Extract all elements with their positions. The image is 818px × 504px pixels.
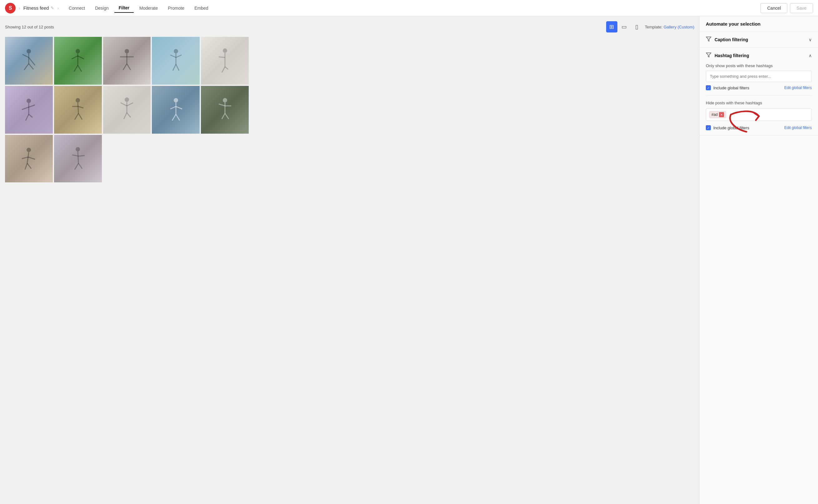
svg-line-49 — [170, 106, 176, 109]
hide-hashtags-section: Hide posts with these hashtags #ad ✕ — [706, 101, 812, 130]
svg-line-61 — [22, 157, 28, 159]
nav-tabs: Connect Design Filter Moderate Promote E… — [64, 3, 212, 13]
svg-line-68 — [78, 156, 85, 156]
grid-image-9[interactable] — [152, 86, 200, 134]
save-button[interactable]: Save — [790, 3, 813, 13]
caption-filter-title: Caption filtering — [715, 37, 806, 42]
svg-point-29 — [27, 99, 31, 103]
ad-tag-chip: #ad ✕ — [709, 111, 726, 118]
hashtag-filter-title: Hashtag filtering — [715, 53, 806, 58]
hide-include-checkbox[interactable]: ✓ — [706, 125, 711, 130]
grid-image-3[interactable] — [103, 37, 151, 85]
svg-point-47 — [174, 98, 178, 102]
grid-image-2[interactable] — [54, 37, 102, 85]
edit-icon[interactable]: ✎ — [51, 6, 54, 10]
posts-count: Showing 12 out of 12 posts — [5, 25, 604, 29]
svg-marker-72 — [706, 53, 711, 57]
show-include-checkbox[interactable]: ✓ — [706, 85, 711, 90]
tab-promote[interactable]: Promote — [163, 4, 189, 12]
hide-edit-global-link[interactable]: Edit global filters — [784, 126, 812, 130]
svg-line-52 — [176, 114, 180, 121]
ad-tag-remove-button[interactable]: ✕ — [719, 112, 724, 117]
svg-line-40 — [78, 113, 82, 120]
svg-point-12 — [125, 49, 129, 53]
tab-design[interactable]: Design — [91, 4, 113, 12]
svg-point-0 — [27, 49, 31, 53]
svg-point-6 — [76, 49, 80, 53]
svg-line-62 — [28, 157, 35, 159]
hide-hashtags-tag-input[interactable]: #ad ✕ — [706, 108, 812, 121]
hide-include-label: Include global filters — [713, 126, 749, 130]
grid-image-7[interactable] — [54, 86, 102, 134]
hide-hashtags-input-wrapper: #ad ✕ — [706, 108, 812, 121]
svg-point-53 — [223, 98, 227, 102]
svg-line-51 — [172, 114, 176, 121]
hide-include-global-left: ✓ Include global filters — [706, 125, 749, 130]
grid-image-11[interactable] — [5, 135, 53, 183]
svg-line-9 — [78, 56, 84, 59]
toolbar-row: Showing 12 out of 12 posts ⊞ ▭ ▯ Templat… — [5, 21, 694, 32]
show-hashtags-input[interactable] — [706, 71, 812, 82]
hashtag-filter-body: Only show posts with these hashtags ✓ In… — [700, 63, 818, 135]
caption-filtering-header[interactable]: Caption filtering ∨ — [700, 32, 818, 47]
tab-embed[interactable]: Embed — [190, 4, 212, 12]
svg-line-21 — [176, 55, 181, 57]
template-link[interactable]: Gallery (Custom) — [664, 25, 694, 29]
svg-line-31 — [22, 107, 29, 110]
svg-line-23 — [176, 64, 179, 71]
caption-filtering-section: Caption filtering ∨ — [700, 32, 818, 48]
grid-image-10[interactable] — [201, 86, 249, 134]
svg-line-45 — [124, 113, 127, 119]
view-desktop-button[interactable]: ⊞ — [606, 21, 617, 32]
svg-line-5 — [29, 64, 33, 69]
tab-moderate[interactable]: Moderate — [135, 4, 162, 12]
show-include-label: Include global filters — [713, 86, 749, 90]
hashtag-filter-chevron: ∧ — [809, 53, 812, 58]
svg-line-44 — [127, 103, 133, 106]
svg-line-64 — [27, 163, 31, 169]
svg-line-20 — [170, 55, 176, 57]
grid-image-1[interactable] — [5, 37, 53, 85]
app-logo[interactable]: S — [5, 3, 16, 13]
show-edit-global-link[interactable]: Edit global filters — [784, 86, 812, 90]
show-include-global-row: ✓ Include global filters Edit global fil… — [706, 85, 812, 90]
svg-point-65 — [76, 147, 80, 151]
left-panel: Showing 12 out of 12 posts ⊞ ▭ ▯ Templat… — [0, 16, 699, 504]
svg-line-32 — [29, 105, 35, 107]
template-label: Template: Gallery (Custom) — [645, 25, 694, 29]
grid-image-8[interactable] — [103, 86, 151, 134]
svg-point-24 — [223, 48, 227, 53]
grid-image-12[interactable] — [54, 135, 102, 183]
svg-line-36 — [78, 102, 78, 113]
grid-image-5[interactable] — [201, 37, 249, 85]
svg-line-3 — [29, 57, 35, 65]
svg-line-43 — [121, 103, 127, 106]
topbar-actions: Cancel Save — [761, 3, 813, 13]
svg-point-59 — [27, 148, 31, 152]
cancel-button[interactable]: Cancel — [761, 3, 787, 13]
svg-line-11 — [78, 65, 82, 72]
img-placeholder-1 — [5, 37, 53, 85]
tab-filter[interactable]: Filter — [114, 3, 134, 13]
svg-line-27 — [222, 67, 225, 72]
svg-line-57 — [222, 113, 225, 119]
svg-line-50 — [176, 106, 182, 109]
svg-line-55 — [219, 104, 225, 106]
right-panel: Automate your selection Caption filterin… — [699, 16, 818, 504]
ad-tag-label: #ad — [711, 112, 718, 117]
hashtag-filter-icon — [706, 52, 711, 59]
topbar: S › Fitness feed ✎ › Connect Design Filt… — [0, 0, 818, 16]
hashtag-filtering-header[interactable]: Hashtag filtering ∧ — [700, 48, 818, 63]
caption-filter-icon — [706, 36, 711, 43]
grid-image-6[interactable] — [5, 86, 53, 134]
show-hashtags-title: Only show posts with these hashtags — [706, 63, 812, 68]
image-grid — [5, 37, 249, 182]
tab-connect[interactable]: Connect — [64, 4, 89, 12]
svg-line-58 — [225, 113, 229, 119]
svg-line-4 — [24, 64, 29, 70]
view-mobile-button[interactable]: ▯ — [631, 21, 642, 32]
grid-image-4[interactable] — [152, 37, 200, 85]
breadcrumb-title: Fitness feed ✎ — [23, 5, 54, 11]
view-tablet-button[interactable]: ▭ — [619, 21, 630, 32]
view-toggle: ⊞ ▭ ▯ — [606, 21, 642, 32]
